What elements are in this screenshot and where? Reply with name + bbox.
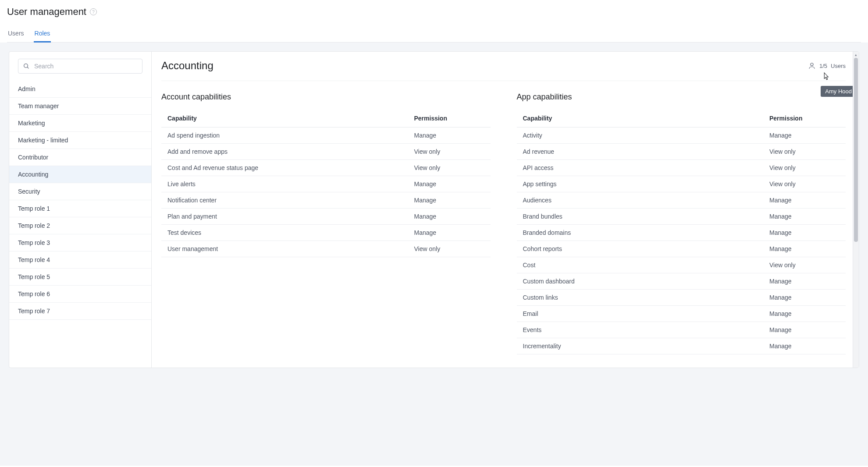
capability-row: Test devicesManage [161, 225, 491, 241]
capability-name: Cost and Ad revenue status page [167, 164, 414, 171]
search-box[interactable] [18, 59, 142, 74]
col-capability: Capability [523, 115, 770, 122]
capability-name: Custom links [523, 294, 770, 301]
scroll-up-arrow[interactable]: ▴ [853, 52, 859, 57]
capability-row: Notification centerManage [161, 192, 491, 209]
svg-point-0 [24, 64, 28, 68]
role-item[interactable]: Marketing - limited [9, 132, 151, 149]
search-input[interactable] [33, 62, 138, 70]
capability-name: Plan and payment [167, 213, 414, 220]
capability-row: Plan and paymentManage [161, 209, 491, 225]
account-capabilities: Account capabilities Capability Permissi… [161, 92, 491, 354]
role-item[interactable]: Contributor [9, 149, 151, 166]
capability-row: Brand bundlesManage [517, 209, 846, 225]
user-tooltip: Amy Hood [821, 86, 856, 97]
capability-name: Test devices [167, 229, 414, 236]
role-item[interactable]: Security [9, 183, 151, 200]
role-title: Accounting [161, 60, 213, 72]
scrollbar[interactable]: ▴ [853, 52, 859, 368]
capability-name: Email [523, 310, 770, 317]
capability-permission: Manage [769, 229, 840, 236]
role-item[interactable]: Admin [9, 81, 151, 98]
tab-roles[interactable]: Roles [34, 25, 51, 42]
capability-row: Ad spend ingestionManage [161, 127, 491, 144]
capability-permission: Manage [414, 197, 484, 204]
capability-name: Notification center [167, 197, 414, 204]
capability-name: Brand bundles [523, 213, 770, 220]
role-item[interactable]: Temp role 6 [9, 286, 151, 303]
capability-row: IncrementalityManage [517, 338, 846, 354]
user-icon [808, 62, 816, 70]
capability-name: Incrementality [523, 343, 770, 350]
role-item[interactable]: Temp role 3 [9, 234, 151, 251]
capability-permission: Manage [769, 278, 840, 285]
role-item[interactable]: Temp role 1 [9, 200, 151, 217]
capability-permission: Manage [414, 213, 484, 220]
role-item[interactable]: Marketing [9, 115, 151, 132]
capability-row: AudiencesManage [517, 192, 846, 209]
capability-permission: Manage [414, 229, 484, 236]
capability-row: Cost and Ad revenue status pageView only [161, 160, 491, 176]
capability-name: Cost [523, 262, 770, 269]
capability-row: Add and remove appsView only [161, 144, 491, 160]
users-count-value: 1/5 [819, 63, 827, 69]
capability-permission: Manage [769, 343, 840, 350]
capability-permission: Manage [769, 310, 840, 317]
capability-permission: Manage [769, 213, 840, 220]
search-icon [23, 63, 30, 70]
workspace: AdminTeam managerMarketingMarketing - li… [0, 42, 868, 466]
capability-name: Ad spend ingestion [167, 132, 414, 139]
capability-row: App settingsView only [517, 176, 846, 192]
capability-permission: View only [769, 164, 840, 171]
help-icon[interactable]: ? [90, 8, 97, 15]
account-caps-heading: Account capabilities [161, 92, 491, 102]
role-item[interactable]: Temp role 4 [9, 251, 151, 269]
capability-permission: View only [414, 245, 484, 252]
role-item[interactable]: Team manager [9, 98, 151, 115]
role-detail: Accounting 1/5 Users Amy Hood [152, 52, 859, 368]
capability-name: App settings [523, 180, 770, 188]
capability-row: Ad revenueView only [517, 144, 846, 160]
capability-permission: Manage [769, 294, 840, 301]
capability-name: User management [167, 245, 414, 252]
page-header: User management ? UsersRoles [0, 0, 868, 42]
users-count-button[interactable]: 1/5 Users [808, 62, 846, 70]
capability-permission: Manage [414, 180, 484, 188]
role-item[interactable]: Temp role 5 [9, 269, 151, 286]
capability-name: Custom dashboard [523, 278, 770, 285]
col-capability: Capability [167, 115, 414, 122]
page-title: User management [7, 6, 86, 18]
roles-sidebar: AdminTeam managerMarketingMarketing - li… [9, 52, 152, 368]
capability-name: Branded domains [523, 229, 770, 236]
col-permission: Permission [769, 115, 840, 122]
capability-name: Live alerts [167, 180, 414, 188]
tabs: UsersRoles [7, 25, 861, 42]
capability-name: Activity [523, 132, 770, 139]
scroll-thumb[interactable] [854, 58, 858, 242]
capability-name: Ad revenue [523, 148, 770, 155]
capability-row: EventsManage [517, 322, 846, 338]
capability-permission: Manage [769, 245, 840, 252]
capability-permission: Manage [769, 132, 840, 139]
capability-row: EmailManage [517, 306, 846, 322]
capability-name: Audiences [523, 197, 770, 204]
capability-row: User managementView only [161, 241, 491, 257]
capability-row: CostView only [517, 257, 846, 273]
capability-row: Custom linksManage [517, 290, 846, 306]
role-item[interactable]: Temp role 7 [9, 303, 151, 320]
capability-row: Cohort reportsManage [517, 241, 846, 257]
tab-users[interactable]: Users [7, 25, 25, 42]
role-item[interactable]: Temp role 2 [9, 217, 151, 234]
role-item[interactable]: Accounting [9, 166, 151, 183]
capability-permission: View only [769, 180, 840, 188]
capability-permission: View only [414, 164, 484, 171]
capability-permission: View only [769, 262, 840, 269]
users-count-label: Users [831, 63, 846, 69]
capability-row: Live alertsManage [161, 176, 491, 192]
capability-row: API accessView only [517, 160, 846, 176]
capability-name: Add and remove apps [167, 148, 414, 155]
capability-name: Events [523, 326, 770, 333]
col-permission: Permission [414, 115, 484, 122]
capability-permission: View only [414, 148, 484, 155]
capability-permission: Manage [414, 132, 484, 139]
